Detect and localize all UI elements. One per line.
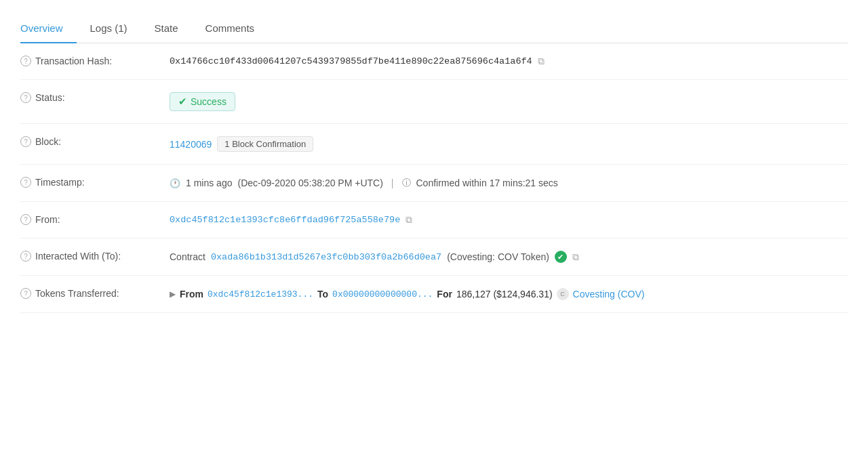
status-help-icon[interactable]: ? (20, 92, 31, 103)
from-label: ? From: (20, 214, 170, 225)
timestamp-confirmed: Confirmed within 17 mins:21 secs (416, 178, 558, 188)
token-to-address[interactable]: 0x00000000000000... (332, 289, 433, 300)
transaction-hash-row: ? Transaction Hash: 0x14766cc10f433d0064… (20, 43, 848, 80)
timestamp-relative: 1 mins ago (186, 178, 232, 188)
block-row: ? Block: 11420069 1 Block Confirmation (20, 124, 848, 165)
transaction-hash-help-icon[interactable]: ? (20, 56, 31, 66)
tab-logs[interactable]: Logs (1) (90, 14, 141, 43)
contract-name-text: (Covesting: COV Token) (447, 251, 549, 262)
token-from-label: From (180, 289, 203, 300)
status-row: ? Status: ✔ Success (20, 80, 848, 124)
block-label: ? Block: (20, 136, 170, 147)
page-container: Overview Logs (1) State Comments ? Trans… (0, 0, 868, 327)
token-from-address[interactable]: 0xdc45f812c1e1393... (208, 289, 313, 300)
timestamp-help-icon[interactable]: ? (20, 177, 31, 188)
from-address-link[interactable]: 0xdc45f812c1e1393cfc8e6ffdad96f725a558e7… (170, 215, 400, 225)
confirmed-info-icon: ⓘ (402, 177, 411, 189)
tab-state[interactable]: State (155, 14, 192, 43)
tab-bar: Overview Logs (1) State Comments (20, 14, 848, 43)
contract-verified-icon: ✔ (555, 251, 567, 263)
block-confirmation-badge: 1 Block Confirmation (217, 136, 313, 152)
token-for-label: For (437, 289, 452, 300)
tokens-transferred-label: ? Tokens Transferred: (20, 288, 170, 299)
from-value: 0xdc45f812c1e1393cfc8e6ffdad96f725a558e7… (170, 214, 412, 226)
transaction-hash-text: 0x14766cc10f433d00641207c5439379855df7be… (170, 56, 532, 66)
transaction-hash-copy-icon[interactable]: ⧉ (538, 56, 545, 67)
tab-overview[interactable]: Overview (20, 14, 77, 43)
status-badge-text: Success (191, 96, 226, 107)
token-transfer-detail: ▶ From 0xdc45f812c1e1393... To 0x0000000… (170, 288, 644, 300)
contract-address-link[interactable]: 0xada86b1b313d1d5267e3fc0bb303f0a2b66d0e… (211, 252, 441, 262)
block-help-icon[interactable]: ? (20, 136, 31, 147)
tab-comments[interactable]: Comments (205, 14, 269, 43)
token-name-link[interactable]: Covesting (COV) (573, 289, 645, 300)
status-value: ✔ Success (170, 92, 235, 111)
confirmation-count: 1 (224, 139, 229, 149)
status-check-icon: ✔ (178, 96, 187, 108)
confirmation-label: Block Confirmation (232, 139, 306, 149)
tokens-transferred-value: ▶ From 0xdc45f812c1e1393... To 0x0000000… (170, 288, 644, 300)
from-help-icon[interactable]: ? (20, 214, 31, 225)
interacted-with-value: Contract 0xada86b1b313d1d5267e3fc0bb303f… (170, 251, 579, 263)
clock-icon: 🕐 (170, 178, 180, 188)
token-logo-icon: C (557, 288, 569, 300)
timestamp-row: ? Timestamp: 🕐 1 mins ago (Dec-09-2020 0… (20, 165, 848, 202)
timestamp-value: 🕐 1 mins ago (Dec-09-2020 05:38:20 PM +U… (170, 177, 558, 189)
transaction-hash-label: ? Transaction Hash: (20, 56, 170, 66)
from-row: ? From: 0xdc45f812c1e1393cfc8e6ffdad96f7… (20, 202, 848, 239)
timestamp-absolute: (Dec-09-2020 05:38:20 PM +UTC) (237, 178, 382, 188)
token-amount: 186,127 ($124,946.31) (456, 289, 553, 300)
tokens-transferred-row: ? Tokens Transferred: ▶ From 0xdc45f812c… (20, 276, 848, 313)
contract-prefix: Contract (170, 251, 205, 262)
timestamp-separator: | (391, 178, 394, 188)
interacted-with-row: ? Interacted With (To): Contract 0xada86… (20, 239, 848, 276)
transaction-hash-value: 0x14766cc10f433d00641207c5439379855df7be… (170, 56, 545, 67)
block-number-link[interactable]: 11420069 (170, 139, 212, 150)
block-value: 11420069 1 Block Confirmation (170, 136, 313, 152)
status-label: ? Status: (20, 92, 170, 103)
status-badge: ✔ Success (170, 92, 235, 111)
timestamp-label: ? Timestamp: (20, 177, 170, 188)
token-expand-arrow[interactable]: ▶ (170, 289, 176, 299)
interacted-with-help-icon[interactable]: ? (20, 251, 31, 262)
tokens-transferred-help-icon[interactable]: ? (20, 288, 31, 299)
contract-copy-icon[interactable]: ⧉ (572, 251, 579, 263)
token-to-label: To (317, 289, 328, 300)
from-copy-icon[interactable]: ⧉ (406, 214, 412, 226)
interacted-with-label: ? Interacted With (To): (20, 251, 170, 262)
